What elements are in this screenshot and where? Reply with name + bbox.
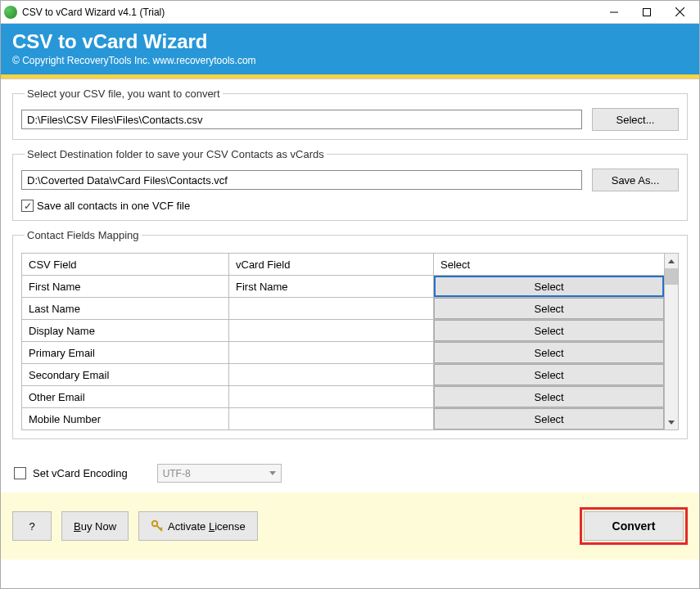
key-icon xyxy=(151,519,164,533)
vcard-field-cell xyxy=(229,386,434,408)
bottom-bar: ? Buy Now Activate License Convert xyxy=(1,492,699,560)
select-cell: Select xyxy=(434,276,665,298)
destination-group: Select Destination folder to save your C… xyxy=(12,148,688,221)
minimize-button[interactable] xyxy=(598,1,630,24)
window-title: CSV to vCard Wizard v4.1 (Trial) xyxy=(22,7,165,18)
close-button[interactable] xyxy=(663,1,696,24)
svg-marker-4 xyxy=(668,259,675,263)
svg-marker-6 xyxy=(269,471,276,475)
save-as-button[interactable]: Save As... xyxy=(592,169,679,191)
header-select: Select xyxy=(434,254,665,276)
source-legend: Select your CSV file, you want to conver… xyxy=(25,88,223,100)
select-cell: Select xyxy=(434,320,665,342)
table-row: First NameFirst NameSelect xyxy=(22,276,665,298)
buy-now-button[interactable]: Buy Now xyxy=(61,511,129,541)
csv-field-cell: Primary Email xyxy=(22,342,229,364)
scroll-thumb[interactable] xyxy=(665,268,678,285)
table-row: Display NameSelect xyxy=(22,320,665,342)
table-row: Primary EmailSelect xyxy=(22,342,665,364)
vcard-field-cell xyxy=(229,342,434,364)
vcard-field-cell: First Name xyxy=(229,276,434,298)
window-controls xyxy=(598,1,696,24)
activate-license-button[interactable]: Activate License xyxy=(138,511,258,541)
page-title: CSV to vCard Wizard xyxy=(12,30,688,53)
select-mapping-button[interactable]: Select xyxy=(434,276,664,297)
svg-rect-1 xyxy=(644,8,651,16)
header-vcard: vCard Field xyxy=(229,254,434,276)
select-mapping-button[interactable]: Select xyxy=(434,408,664,429)
scroll-up-icon[interactable] xyxy=(665,254,678,268)
encoding-value: UTF-8 xyxy=(163,468,191,479)
select-file-button[interactable]: Select... xyxy=(592,108,679,131)
chevron-down-icon xyxy=(269,471,276,475)
csv-field-cell: Secondary Email xyxy=(22,364,229,386)
destination-legend: Select Destination folder to save your C… xyxy=(25,148,327,160)
table-row: Last NameSelect xyxy=(22,298,665,320)
save-all-label: Save all contacts in one VCF file xyxy=(37,200,190,212)
mapping-table: CSV Field vCard Field Select First NameF… xyxy=(21,253,665,430)
mapping-legend: Contact Fields Mapping xyxy=(25,229,142,241)
destination-path-input[interactable] xyxy=(21,170,582,190)
svg-marker-5 xyxy=(668,420,675,425)
save-all-checkbox[interactable] xyxy=(21,200,34,212)
app-icon xyxy=(4,6,17,19)
csv-field-cell: First Name xyxy=(22,276,229,298)
maximize-button[interactable] xyxy=(630,1,663,24)
table-row: Mobile NumberSelect xyxy=(22,408,665,430)
help-button[interactable]: ? xyxy=(12,511,52,541)
table-row: Secondary EmailSelect xyxy=(22,364,665,386)
select-mapping-button[interactable]: Select xyxy=(434,298,664,319)
convert-highlight: Convert xyxy=(580,507,688,545)
table-scrollbar[interactable] xyxy=(665,253,679,430)
csv-field-cell: Last Name xyxy=(22,298,229,320)
scroll-down-icon[interactable] xyxy=(665,415,678,429)
select-cell: Select xyxy=(434,298,665,320)
select-mapping-button[interactable]: Select xyxy=(434,386,664,407)
select-mapping-button[interactable]: Select xyxy=(434,342,664,363)
source-path-input[interactable] xyxy=(21,110,582,129)
header-csv: CSV Field xyxy=(22,254,229,276)
table-header-row: CSV Field vCard Field Select xyxy=(22,254,665,276)
encoding-checkbox[interactable] xyxy=(14,467,26,479)
titlebar: CSV to vCard Wizard v4.1 (Trial) xyxy=(1,1,699,24)
convert-button[interactable]: Convert xyxy=(584,511,684,541)
select-cell: Select xyxy=(434,342,665,364)
svg-line-9 xyxy=(160,528,162,529)
select-mapping-button[interactable]: Select xyxy=(434,364,664,385)
page-subtitle: © Copyright RecoveryTools Inc. www.recov… xyxy=(12,55,688,66)
table-row: Other EmailSelect xyxy=(22,386,665,408)
vcard-field-cell xyxy=(229,408,434,430)
csv-field-cell: Other Email xyxy=(22,386,229,408)
encoding-label: Set vCard Encoding xyxy=(33,467,128,479)
select-mapping-button[interactable]: Select xyxy=(434,320,664,341)
header-banner: CSV to vCard Wizard © Copyright Recovery… xyxy=(1,24,699,74)
encoding-dropdown[interactable]: UTF-8 xyxy=(157,464,282,483)
select-cell: Select xyxy=(434,386,665,408)
vcard-field-cell xyxy=(229,364,434,386)
source-group: Select your CSV file, you want to conver… xyxy=(12,88,688,140)
select-cell: Select xyxy=(434,364,665,386)
vcard-field-cell xyxy=(229,320,434,342)
vcard-field-cell xyxy=(229,298,434,320)
mapping-group: Contact Fields Mapping CSV Field vCard F… xyxy=(12,229,688,439)
csv-field-cell: Mobile Number xyxy=(22,408,229,430)
select-cell: Select xyxy=(434,408,665,430)
csv-field-cell: Display Name xyxy=(22,320,229,342)
